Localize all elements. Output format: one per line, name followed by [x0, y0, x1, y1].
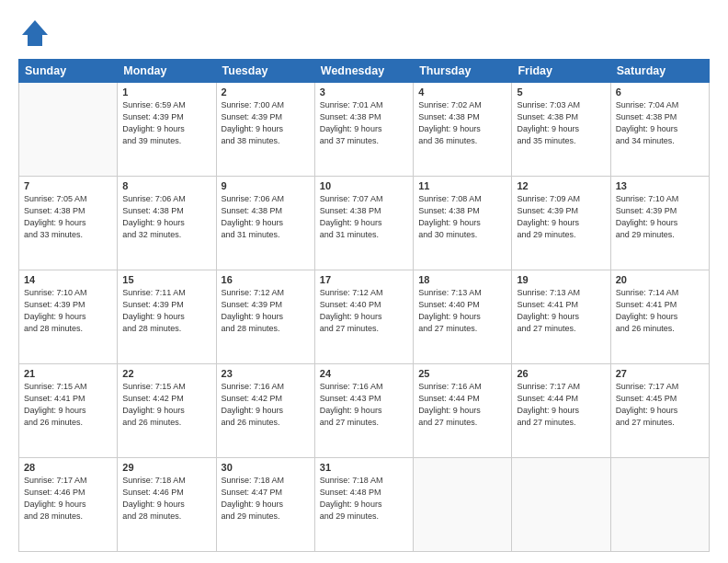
day-info: Sunrise: 6:59 AMSunset: 4:39 PMDaylight:…	[122, 99, 210, 147]
day-cell: 14Sunrise: 7:10 AMSunset: 4:39 PMDayligh…	[19, 270, 118, 364]
day-cell: 12Sunrise: 7:09 AMSunset: 4:39 PMDayligh…	[512, 177, 610, 270]
day-info: Sunrise: 7:08 AMSunset: 4:38 PMDaylight:…	[418, 193, 506, 241]
day-cell: 25Sunrise: 7:16 AMSunset: 4:44 PMDayligh…	[414, 364, 512, 458]
weekday-tuesday: Tuesday	[216, 60, 314, 83]
day-info: Sunrise: 7:03 AMSunset: 4:38 PMDaylight:…	[517, 99, 605, 147]
day-number: 29	[122, 462, 210, 473]
day-info: Sunrise: 7:09 AMSunset: 4:39 PMDaylight:…	[517, 193, 605, 241]
day-number: 9	[222, 180, 310, 191]
week-row-2: 7Sunrise: 7:05 AMSunset: 4:38 PMDaylight…	[19, 177, 710, 270]
day-cell: 24Sunrise: 7:16 AMSunset: 4:43 PMDayligh…	[314, 364, 413, 458]
day-number: 14	[24, 274, 112, 285]
weekday-thursday: Thursday	[414, 60, 512, 83]
day-number: 25	[418, 368, 506, 379]
day-info: Sunrise: 7:06 AMSunset: 4:38 PMDaylight:…	[122, 193, 210, 241]
day-info: Sunrise: 7:02 AMSunset: 4:38 PMDaylight:…	[418, 99, 506, 147]
day-info: Sunrise: 7:13 AMSunset: 4:40 PMDaylight:…	[418, 287, 506, 335]
day-cell: 8Sunrise: 7:06 AMSunset: 4:38 PMDaylight…	[118, 177, 216, 270]
day-cell: 22Sunrise: 7:15 AMSunset: 4:42 PMDayligh…	[118, 364, 216, 458]
page: SundayMondayTuesdayWednesdayThursdayFrid…	[0, 0, 728, 563]
day-info: Sunrise: 7:18 AMSunset: 4:46 PMDaylight:…	[122, 475, 210, 523]
day-cell	[512, 458, 610, 552]
day-number: 10	[320, 180, 408, 191]
day-number: 4	[418, 86, 506, 98]
day-cell: 3Sunrise: 7:01 AMSunset: 4:38 PMDaylight…	[314, 83, 413, 177]
day-number: 12	[517, 180, 605, 191]
weekday-header-row: SundayMondayTuesdayWednesdayThursdayFrid…	[19, 60, 710, 83]
day-cell: 7Sunrise: 7:05 AMSunset: 4:38 PMDaylight…	[19, 177, 118, 270]
day-cell: 16Sunrise: 7:12 AMSunset: 4:39 PMDayligh…	[216, 270, 314, 364]
day-number: 7	[24, 180, 112, 191]
day-number: 6	[616, 86, 704, 98]
day-number: 28	[24, 462, 112, 473]
day-number: 26	[517, 368, 605, 379]
day-cell: 28Sunrise: 7:17 AMSunset: 4:46 PMDayligh…	[19, 458, 118, 552]
day-info: Sunrise: 7:12 AMSunset: 4:39 PMDaylight:…	[222, 287, 310, 335]
day-info: Sunrise: 7:16 AMSunset: 4:44 PMDaylight:…	[418, 381, 506, 429]
day-info: Sunrise: 7:18 AMSunset: 4:47 PMDaylight:…	[222, 475, 310, 523]
svg-rect-1	[28, 35, 42, 46]
day-info: Sunrise: 7:14 AMSunset: 4:41 PMDaylight:…	[616, 287, 704, 335]
logo-icon	[18, 17, 51, 50]
day-info: Sunrise: 7:17 AMSunset: 4:44 PMDaylight:…	[517, 381, 605, 429]
day-info: Sunrise: 7:10 AMSunset: 4:39 PMDaylight:…	[616, 193, 704, 241]
header	[18, 17, 710, 50]
day-cell: 15Sunrise: 7:11 AMSunset: 4:39 PMDayligh…	[118, 270, 216, 364]
day-info: Sunrise: 7:15 AMSunset: 4:41 PMDaylight:…	[24, 381, 112, 429]
day-cell: 20Sunrise: 7:14 AMSunset: 4:41 PMDayligh…	[610, 270, 709, 364]
day-number: 20	[616, 274, 704, 285]
day-info: Sunrise: 7:18 AMSunset: 4:48 PMDaylight:…	[320, 475, 408, 523]
weekday-friday: Friday	[512, 60, 610, 83]
day-cell: 5Sunrise: 7:03 AMSunset: 4:38 PMDaylight…	[512, 83, 610, 177]
day-info: Sunrise: 7:12 AMSunset: 4:40 PMDaylight:…	[320, 287, 408, 335]
day-info: Sunrise: 7:06 AMSunset: 4:38 PMDaylight:…	[222, 193, 310, 241]
day-cell: 31Sunrise: 7:18 AMSunset: 4:48 PMDayligh…	[314, 458, 413, 552]
day-number: 5	[517, 86, 605, 98]
day-cell: 29Sunrise: 7:18 AMSunset: 4:46 PMDayligh…	[118, 458, 216, 552]
day-number: 2	[222, 86, 310, 98]
weekday-monday: Monday	[118, 60, 216, 83]
day-number: 13	[616, 180, 704, 191]
day-cell: 11Sunrise: 7:08 AMSunset: 4:38 PMDayligh…	[414, 177, 512, 270]
day-number: 8	[122, 180, 210, 191]
calendar-table: SundayMondayTuesdayWednesdayThursdayFrid…	[18, 59, 710, 552]
week-row-1: 1Sunrise: 6:59 AMSunset: 4:39 PMDaylight…	[19, 83, 710, 177]
day-cell: 4Sunrise: 7:02 AMSunset: 4:38 PMDaylight…	[414, 83, 512, 177]
day-info: Sunrise: 7:17 AMSunset: 4:45 PMDaylight:…	[616, 381, 704, 429]
day-number: 31	[320, 462, 408, 473]
day-cell: 21Sunrise: 7:15 AMSunset: 4:41 PMDayligh…	[19, 364, 118, 458]
day-number: 24	[320, 368, 408, 379]
weekday-saturday: Saturday	[610, 60, 709, 83]
day-cell	[414, 458, 512, 552]
day-info: Sunrise: 7:00 AMSunset: 4:39 PMDaylight:…	[222, 99, 310, 147]
logo	[18, 17, 55, 50]
day-cell: 6Sunrise: 7:04 AMSunset: 4:38 PMDaylight…	[610, 83, 709, 177]
day-cell: 18Sunrise: 7:13 AMSunset: 4:40 PMDayligh…	[414, 270, 512, 364]
day-cell: 17Sunrise: 7:12 AMSunset: 4:40 PMDayligh…	[314, 270, 413, 364]
day-info: Sunrise: 7:15 AMSunset: 4:42 PMDaylight:…	[122, 381, 210, 429]
week-row-5: 28Sunrise: 7:17 AMSunset: 4:46 PMDayligh…	[19, 458, 710, 552]
day-number: 27	[616, 368, 704, 379]
weekday-sunday: Sunday	[19, 60, 118, 83]
day-number: 1	[122, 86, 210, 98]
day-cell: 19Sunrise: 7:13 AMSunset: 4:41 PMDayligh…	[512, 270, 610, 364]
week-row-4: 21Sunrise: 7:15 AMSunset: 4:41 PMDayligh…	[19, 364, 710, 458]
day-cell: 1Sunrise: 6:59 AMSunset: 4:39 PMDaylight…	[118, 83, 216, 177]
day-info: Sunrise: 7:16 AMSunset: 4:42 PMDaylight:…	[222, 381, 310, 429]
day-cell: 9Sunrise: 7:06 AMSunset: 4:38 PMDaylight…	[216, 177, 314, 270]
day-info: Sunrise: 7:05 AMSunset: 4:38 PMDaylight:…	[24, 193, 112, 241]
day-info: Sunrise: 7:13 AMSunset: 4:41 PMDaylight:…	[517, 287, 605, 335]
day-cell	[610, 458, 709, 552]
day-cell: 23Sunrise: 7:16 AMSunset: 4:42 PMDayligh…	[216, 364, 314, 458]
day-info: Sunrise: 7:04 AMSunset: 4:38 PMDaylight:…	[616, 99, 704, 147]
day-info: Sunrise: 7:11 AMSunset: 4:39 PMDaylight:…	[122, 287, 210, 335]
day-cell: 10Sunrise: 7:07 AMSunset: 4:38 PMDayligh…	[314, 177, 413, 270]
day-info: Sunrise: 7:16 AMSunset: 4:43 PMDaylight:…	[320, 381, 408, 429]
day-cell: 27Sunrise: 7:17 AMSunset: 4:45 PMDayligh…	[610, 364, 709, 458]
day-cell	[19, 83, 118, 177]
day-number: 15	[122, 274, 210, 285]
day-info: Sunrise: 7:10 AMSunset: 4:39 PMDaylight:…	[24, 287, 112, 335]
day-cell: 26Sunrise: 7:17 AMSunset: 4:44 PMDayligh…	[512, 364, 610, 458]
week-row-3: 14Sunrise: 7:10 AMSunset: 4:39 PMDayligh…	[19, 270, 710, 364]
day-number: 30	[222, 462, 310, 473]
